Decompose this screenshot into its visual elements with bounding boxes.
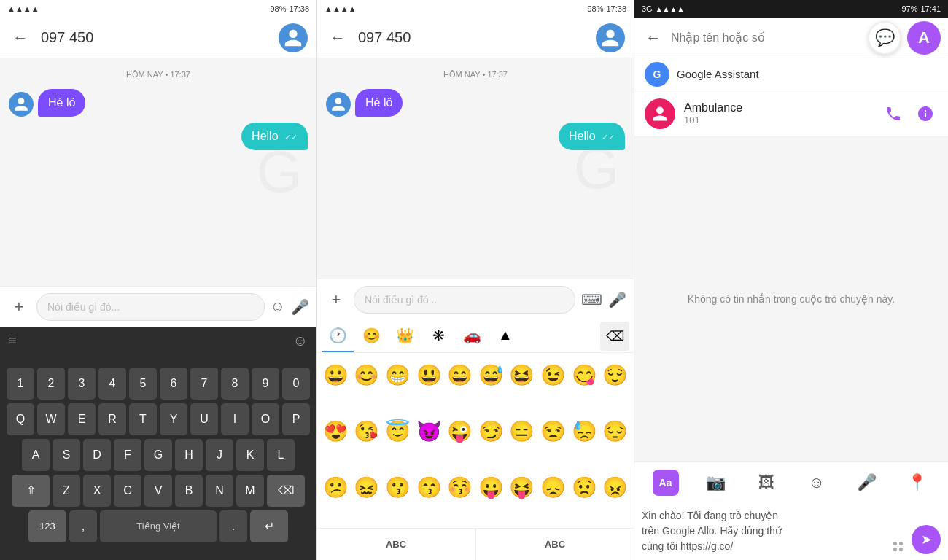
emoji-7[interactable]: 😆 <box>507 356 538 394</box>
kb-num-key-1[interactable]: 123 <box>28 510 66 542</box>
emoji-19[interactable]: 😓 <box>569 412 600 450</box>
kb-key-6[interactable]: 6 <box>160 368 187 400</box>
kb-key-f[interactable]: F <box>114 439 141 471</box>
kb-key-5[interactable]: 5 <box>129 368 157 400</box>
emoji-3[interactable]: 😁 <box>382 356 413 394</box>
kb-key-l[interactable]: L <box>267 439 295 471</box>
kb-key-h[interactable]: H <box>175 439 203 471</box>
plus-button-1[interactable]: + <box>7 298 31 316</box>
message-input-2[interactable]: Nói điều gì đó... <box>354 286 575 314</box>
emoji-20[interactable]: 😔 <box>599 412 631 450</box>
kb-period-key-1[interactable]: . <box>219 510 247 542</box>
kb-space-key-1[interactable]: Tiếng Việt <box>100 510 217 542</box>
plus-button-2[interactable]: + <box>325 290 348 309</box>
emoji-26[interactable]: 😛 <box>475 469 507 507</box>
kb-comma-key-1[interactable]: , <box>69 510 97 542</box>
emoji-23[interactable]: 😗 <box>382 469 413 507</box>
emoji-2[interactable]: 😊 <box>351 356 383 394</box>
emoji-16[interactable]: 😏 <box>475 412 507 450</box>
kb-key-9[interactable]: 9 <box>252 368 279 400</box>
camera-btn-3[interactable]: 📷 <box>703 470 729 496</box>
emoji-tab-crown-2[interactable]: 👑 <box>389 320 421 352</box>
emoji-1[interactable]: 😀 <box>320 356 351 394</box>
kb-key-b[interactable]: B <box>175 475 203 507</box>
kb-key-8[interactable]: 8 <box>221 368 249 400</box>
hamburger-icon-1[interactable]: ≡ <box>9 333 17 349</box>
mic-btn-3[interactable]: 🎤 <box>854 470 880 496</box>
emoji-30[interactable]: 😠 <box>599 469 631 507</box>
kb-shift-key-1[interactable]: ⇧ <box>12 475 50 507</box>
kb-key-u[interactable]: U <box>190 403 218 435</box>
emoji-12[interactable]: 😘 <box>351 412 383 450</box>
kb-key-g[interactable]: G <box>144 439 172 471</box>
p3-input-text[interactable]: Xin chào! Tôi đang trò chuyện trên Googl… <box>642 508 889 554</box>
info-icon-3[interactable] <box>913 101 938 126</box>
kb-key-z[interactable]: Z <box>53 475 80 507</box>
emoji-tab-face-2[interactable]: 😊 <box>355 320 387 352</box>
kb-key-y[interactable]: Y <box>160 403 187 435</box>
emoji-tab-triangle-2[interactable]: ▲ <box>489 320 521 352</box>
kb-key-1[interactable]: 1 <box>7 368 34 400</box>
kb-key-d[interactable]: D <box>83 439 111 471</box>
kb-emoji-icon-1[interactable]: ☺ <box>293 332 308 349</box>
emoji-10[interactable]: 😌 <box>599 356 631 394</box>
emoji-25[interactable]: 😚 <box>444 469 475 507</box>
kb-key-t[interactable]: T <box>129 403 157 435</box>
emoji-27[interactable]: 😝 <box>507 469 538 507</box>
abc-btn-left-2[interactable]: ABC <box>317 529 475 560</box>
send-button-3[interactable]: ➤ <box>912 525 941 554</box>
mic-button-2[interactable]: 🎤 <box>608 291 626 308</box>
google-assistant-row[interactable]: G Google Assistant <box>634 58 948 90</box>
emoji-22[interactable]: 😖 <box>351 469 383 507</box>
emoji-delete-btn-2[interactable]: ⌫ <box>600 322 629 351</box>
contact-avatar-2[interactable] <box>596 23 625 52</box>
back-button-2[interactable]: ← <box>326 28 349 47</box>
emoji-14[interactable]: 😈 <box>413 412 445 450</box>
back-button-3[interactable]: ← <box>642 28 665 47</box>
emoji-17[interactable]: 😑 <box>507 412 538 450</box>
emoji-5[interactable]: 😄 <box>444 356 475 394</box>
kb-key-o[interactable]: O <box>252 403 279 435</box>
contact-row-3[interactable]: Ambulance 101 <box>634 90 948 137</box>
p3-dots-btn[interactable] <box>893 542 903 551</box>
emoji-8[interactable]: 😉 <box>537 356 569 394</box>
image-btn-3[interactable]: 🖼 <box>753 470 780 496</box>
kb-key-w[interactable]: W <box>37 403 65 435</box>
emoji-tab-flower-2[interactable]: ❋ <box>422 320 454 352</box>
emoji-28[interactable]: 😞 <box>537 469 569 507</box>
emoji-21[interactable]: 😕 <box>320 469 351 507</box>
emoji-24[interactable]: 😙 <box>413 469 445 507</box>
emoji-btn-3[interactable]: ☺ <box>804 470 830 496</box>
message-input-1[interactable]: Nói điều gì đó... <box>36 293 265 321</box>
kb-key-3[interactable]: 3 <box>68 368 96 400</box>
search-input-3[interactable] <box>671 31 862 44</box>
back-button-1[interactable]: ← <box>9 28 32 47</box>
emoji-4[interactable]: 😃 <box>413 356 445 394</box>
emoji-11[interactable]: 😍 <box>320 412 351 450</box>
call-icon-3[interactable] <box>881 101 906 126</box>
kb-key-e[interactable]: E <box>68 403 96 435</box>
kb-key-m[interactable]: M <box>236 475 264 507</box>
kb-key-a[interactable]: A <box>22 439 50 471</box>
location-btn-3[interactable]: 📍 <box>904 470 930 496</box>
kb-key-s[interactable]: S <box>53 439 80 471</box>
emoji-tab-recent-2[interactable]: 🕐 <box>322 320 354 352</box>
keyboard-aa-btn-3[interactable]: Aa <box>653 470 679 496</box>
kb-key-i[interactable]: I <box>221 403 249 435</box>
keyboard-btn-2[interactable]: ⌨ <box>581 291 602 308</box>
kb-key-j[interactable]: J <box>206 439 233 471</box>
emoji-13[interactable]: 😇 <box>382 412 413 450</box>
emoji-18[interactable]: 😒 <box>537 412 569 450</box>
abc-btn-right-2[interactable]: ABC <box>476 529 634 560</box>
kb-key-r[interactable]: R <box>98 403 126 435</box>
kb-key-0[interactable]: 0 <box>282 368 310 400</box>
emoji-15[interactable]: 😜 <box>444 412 475 450</box>
contact-avatar-1[interactable] <box>279 23 308 52</box>
mic-button-1[interactable]: 🎤 <box>291 298 309 316</box>
kb-key-n[interactable]: N <box>206 475 233 507</box>
kb-key-c[interactable]: C <box>114 475 141 507</box>
kb-key-p[interactable]: P <box>282 403 310 435</box>
kb-key-2[interactable]: 2 <box>37 368 65 400</box>
kb-key-q[interactable]: Q <box>7 403 34 435</box>
emoji-9[interactable]: 😋 <box>569 356 600 394</box>
